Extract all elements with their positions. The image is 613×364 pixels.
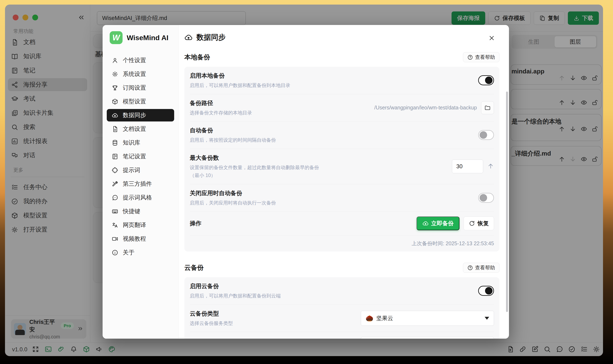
gear-icon <box>112 71 118 77</box>
brand: W WiseMind AI <box>110 31 178 44</box>
enable-cloud-backup-toggle[interactable] <box>478 286 494 296</box>
max-backups-desc2: （最小 10） <box>190 172 319 179</box>
question-icon <box>467 54 473 60</box>
cloud-type-label: 云备份类型 <box>190 310 233 318</box>
auto-backup-desc: 启用后，将按照设定的时间间隔自动备份 <box>190 136 276 144</box>
max-backups-desc: 设置保留的备份文件数量，超过此数量将自动删除最早的备份 <box>190 164 319 171</box>
max-backups-input[interactable] <box>452 159 483 173</box>
enable-local-backup-desc: 启用后，可以将用户数据和配置备份到本地目录 <box>190 82 290 89</box>
settings-menu-data-sync[interactable]: 数据同步 <box>107 109 174 121</box>
restore-button[interactable]: 恢复 <box>464 217 494 230</box>
cloud-type-select[interactable]: 🌰 坚果云 <box>361 311 494 326</box>
cube-icon <box>112 98 118 105</box>
settings-menu-notes[interactable]: 笔记设置 <box>107 150 174 163</box>
brand-name: WiseMind AI <box>127 34 169 42</box>
settings-menu-prompts[interactable]: 提示词 <box>107 164 174 176</box>
local-backup-help-button[interactable]: 查看帮助 <box>463 52 499 62</box>
enable-cloud-backup-desc: 启用后，可以将用户数据和配置备份到云端 <box>190 292 281 299</box>
settings-menu-shortcuts[interactable]: 快捷键 <box>107 205 174 218</box>
backup-path-label: 备份路径 <box>190 99 252 107</box>
tools-icon <box>112 181 118 187</box>
settings-menu-web-translate[interactable]: 网页翻译 <box>107 219 174 231</box>
database-icon <box>112 140 118 146</box>
video-icon <box>112 236 118 242</box>
translate-icon <box>112 222 118 228</box>
local-backup-card: 启用本地备份 启用后，可以将用户数据和配置备份到本地目录 备份路径 选择备份文件… <box>184 67 499 251</box>
settings-menu-document[interactable]: 文档设置 <box>107 123 174 135</box>
cloud-upload-icon <box>112 112 118 118</box>
settings-menu-system[interactable]: 系统设置 <box>107 68 174 80</box>
document-icon <box>112 126 118 132</box>
enable-local-backup-label: 启用本地备份 <box>190 72 290 80</box>
question-icon <box>467 265 473 271</box>
cloud-type-desc: 选择云备份服务类型 <box>190 320 233 327</box>
dropdown-caret-icon <box>485 317 489 320</box>
trophy-icon <box>112 85 118 91</box>
backup-path-desc: 选择备份文件存储的本地目录 <box>190 109 252 117</box>
auto-backup-toggle[interactable] <box>478 130 494 140</box>
cloud-backup-heading: 云备份 <box>184 263 204 272</box>
settings-menu-prompt-style[interactable]: 提示词风格 <box>107 191 174 204</box>
settings-menu-video-tutorial[interactable]: 视频教程 <box>107 233 174 245</box>
close-modal-button[interactable] <box>488 35 495 42</box>
speech-bubble-icon <box>112 195 118 201</box>
note-icon <box>112 153 118 160</box>
settings-menu-plugins[interactable]: 第三方插件 <box>107 178 174 190</box>
enable-cloud-backup-label: 启用云备份 <box>190 282 281 290</box>
settings-menu: W WiseMind AI 个性设置 系统设置 订阅设置 模型设置 数据同步 文… <box>103 25 179 339</box>
backup-on-close-desc: 启用后，关闭应用时将自动执行一次备份 <box>190 199 276 207</box>
last-backup-time: 上次备份时间: 2025-12-13 22:53:45 <box>412 240 494 247</box>
cloud-backup-help-button[interactable]: 查看帮助 <box>463 263 499 273</box>
settings-modal: W WiseMind AI 个性设置 系统设置 订阅设置 模型设置 数据同步 文… <box>103 25 509 339</box>
settings-menu-about[interactable]: 关于 <box>107 246 174 259</box>
settings-menu-model[interactable]: 模型设置 <box>107 95 174 108</box>
local-backup-heading: 本地备份 <box>184 53 210 62</box>
username-input[interactable] <box>361 337 494 339</box>
backup-path-value: /Users/wangpingan/leo/wm-test/data-backu… <box>374 105 477 111</box>
wisemind-logo-icon: W <box>110 31 123 44</box>
close-icon <box>488 35 495 42</box>
backup-on-close-toggle[interactable] <box>478 193 494 203</box>
auto-backup-label: 自动备份 <box>190 127 276 134</box>
settings-content: 数据同步 本地备份 查看帮助 启用本地备份 启用后，可以将用户数据和配置备份到本… <box>179 25 509 339</box>
modal-scrollbar[interactable] <box>506 91 508 312</box>
puzzle-icon <box>112 167 118 173</box>
settings-menu-personal[interactable]: 个性设置 <box>107 54 174 66</box>
info-icon <box>112 249 118 256</box>
backup-now-button[interactable]: 立即备份 <box>417 217 459 230</box>
choose-folder-button[interactable] <box>481 101 494 114</box>
folder-icon <box>484 105 491 111</box>
actions-label: 操作 <box>190 220 201 227</box>
cloud-type-value: 坚果云 <box>376 314 393 322</box>
settings-menu-knowledge-base[interactable]: 知识库 <box>107 136 174 149</box>
refresh-icon <box>469 220 475 226</box>
settings-menu-subscription[interactable]: 订阅设置 <box>107 81 174 94</box>
cloud-upload-icon <box>184 33 193 42</box>
increment-button[interactable] <box>487 163 494 170</box>
up-arrow-icon <box>487 163 494 169</box>
modal-title: 数据同步 <box>196 32 226 42</box>
cloud-upload-icon <box>422 220 429 226</box>
person-icon <box>112 57 118 64</box>
cloud-backup-card: 启用云备份 启用后，可以将用户数据和配置备份到云端 云备份类型 选择云备份服务类… <box>184 277 499 339</box>
backup-on-close-label: 关闭应用时自动备份 <box>190 189 276 197</box>
enable-local-backup-toggle[interactable] <box>478 75 494 85</box>
max-backups-label: 最大备份数 <box>190 154 319 162</box>
nutstore-icon: 🌰 <box>365 315 373 321</box>
keyboard-icon <box>112 208 118 215</box>
